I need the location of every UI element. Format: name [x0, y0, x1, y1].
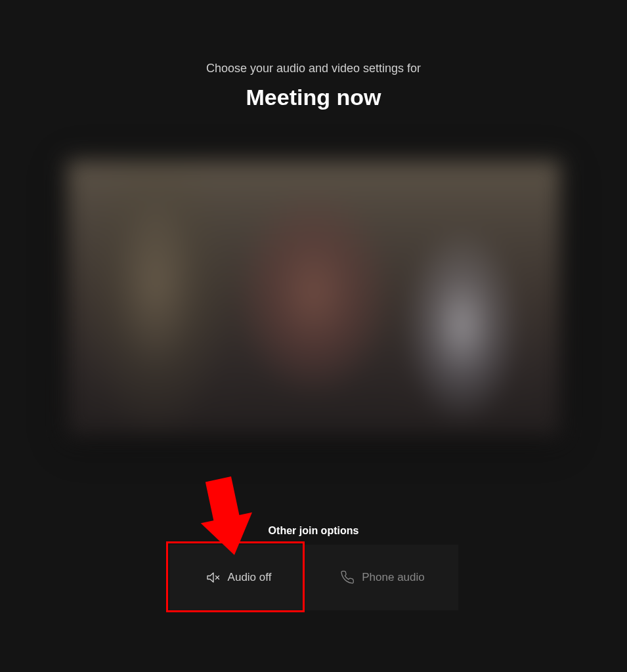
phone-audio-label: Phone audio [362, 571, 424, 584]
other-join-options-label: Other join options [269, 525, 359, 537]
svg-rect-2 [205, 476, 240, 524]
pre-join-header: Choose your audio and video settings for… [0, 0, 627, 110]
settings-subtitle: Choose your audio and video settings for [0, 62, 627, 75]
phone-audio-button[interactable]: Phone audio [307, 545, 458, 610]
video-preview[interactable] [67, 160, 561, 437]
audio-off-button[interactable]: Audio off [169, 545, 307, 610]
speaker-muted-icon [205, 570, 221, 585]
phone-icon [341, 570, 355, 585]
meeting-title: Meeting now [0, 85, 627, 110]
audio-off-label: Audio off [228, 571, 272, 584]
join-option-buttons: Audio off Phone audio [169, 545, 458, 610]
